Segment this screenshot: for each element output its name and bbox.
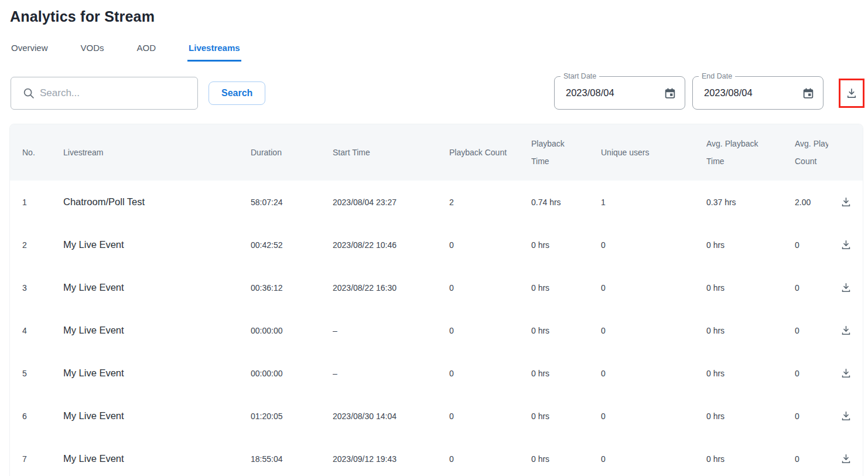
- cell-start-time: 2023/08/22 10:46: [333, 240, 449, 250]
- cell-unique-users: 0: [601, 454, 706, 464]
- cell-livestream: My Live Event: [63, 325, 251, 336]
- download-icon: [840, 282, 852, 293]
- download-icon: [840, 410, 852, 421]
- cell-playback-time: 0 hrs: [531, 412, 601, 421]
- column-header-livestream: Livestream: [63, 144, 251, 161]
- column-header-duration: Duration: [251, 144, 333, 161]
- table-row: 4My Live Event00:00:00–00 hrs00 hrs0: [10, 309, 863, 352]
- cell-avg-playback-time: 0 hrs: [706, 283, 795, 293]
- table-body: 1Chatroom/Poll Test58:07:242023/08/04 23…: [10, 181, 863, 476]
- cell-avg-playback-time: 0 hrs: [706, 454, 795, 464]
- cell-unique-users: 1: [601, 198, 706, 207]
- download-icon: [840, 239, 852, 250]
- end-date-input[interactable]: [703, 77, 791, 109]
- cell-unique-users: 0: [601, 240, 706, 250]
- cell-start-time: –: [333, 326, 449, 335]
- cell-duration: 00:00:00: [251, 326, 333, 335]
- column-header-no: No.: [22, 144, 63, 161]
- cell-playback-time: 0 hrs: [531, 369, 601, 378]
- cell-avg-playback-time: 0 hrs: [706, 240, 795, 250]
- cell-playback-count: 0: [449, 326, 531, 335]
- cell-avg-playback-count: 0: [795, 454, 828, 464]
- cell-start-time: 2023/09/12 19:43: [333, 454, 449, 464]
- tab-aod[interactable]: AOD: [136, 43, 158, 62]
- cell-duration: 00:42:52: [251, 240, 333, 250]
- row-download-button[interactable]: [838, 322, 854, 338]
- cell-avg-playback-time: 0 hrs: [706, 412, 795, 421]
- row-download-button[interactable]: [838, 451, 854, 467]
- page-title: Analytics for Stream: [10, 8, 868, 25]
- cell-no: 1: [22, 198, 63, 207]
- cell-avg-playback-count: 0: [795, 369, 828, 378]
- download-icon: [840, 325, 852, 336]
- cell-start-time: 2023/08/22 16:30: [333, 283, 449, 293]
- calendar-icon[interactable]: [801, 86, 816, 101]
- search-box: [11, 77, 198, 110]
- search-button[interactable]: Search: [209, 81, 265, 105]
- download-icon: [840, 368, 852, 379]
- cell-playback-time: 0 hrs: [531, 326, 601, 335]
- column-header-avg-playback-count: Avg. PlaybackCount: [795, 135, 828, 170]
- row-download-button[interactable]: [838, 408, 854, 424]
- cell-unique-users: 0: [601, 412, 706, 421]
- tab-bar: OverviewVODsAODLivestreams: [10, 43, 868, 62]
- table-row: 7My Live Event18:55:042023/09/12 19:4300…: [10, 437, 863, 476]
- cell-playback-count: 2: [449, 198, 531, 207]
- column-header-avg-playback-time: Avg. PlaybackTime: [706, 135, 795, 170]
- calendar-icon[interactable]: [662, 86, 678, 101]
- cell-playback-count: 0: [449, 283, 531, 293]
- cell-unique-users: 0: [601, 369, 706, 378]
- cell-livestream: My Live Event: [63, 239, 251, 250]
- cell-duration: 18:55:04: [251, 454, 333, 464]
- column-header-playback-time: PlaybackTime: [531, 135, 601, 170]
- cell-playback-count: 0: [449, 240, 531, 250]
- cell-start-time: 2023/08/04 23:27: [333, 198, 449, 207]
- row-download-button[interactable]: [838, 237, 854, 253]
- tab-vods[interactable]: VODs: [80, 43, 105, 62]
- cell-no: 7: [22, 454, 63, 464]
- cell-livestream: My Live Event: [63, 282, 251, 293]
- table-header-row: No.LivestreamDurationStart TimePlayback …: [10, 124, 863, 181]
- download-icon: [846, 87, 857, 99]
- row-download-button[interactable]: [838, 194, 854, 210]
- cell-avg-playback-count: 0: [795, 283, 828, 293]
- tab-overview[interactable]: Overview: [10, 43, 49, 62]
- start-date-input[interactable]: [565, 77, 652, 109]
- row-download-button[interactable]: [838, 280, 854, 295]
- cell-duration: 58:07:24: [251, 198, 333, 207]
- table-row: 5My Live Event00:00:00–00 hrs00 hrs0: [10, 352, 863, 395]
- cell-playback-time: 0 hrs: [531, 454, 601, 464]
- search-input[interactable]: [39, 87, 190, 100]
- cell-start-time: –: [333, 369, 449, 378]
- cell-livestream: Chatroom/Poll Test: [63, 196, 251, 208]
- cell-duration: 00:00:00: [251, 369, 333, 378]
- cell-playback-time: 0 hrs: [531, 240, 601, 250]
- cell-avg-playback-count: 2.00: [795, 198, 828, 207]
- cell-avg-playback-count: 0: [795, 326, 828, 335]
- table-row: 6My Live Event01:20:052023/08/30 14:0400…: [10, 395, 863, 437]
- row-download-button[interactable]: [838, 365, 854, 381]
- column-header-playback-count: Playback Count: [449, 144, 531, 161]
- cell-start-time: 2023/08/30 14:04: [333, 412, 449, 421]
- cell-livestream: My Live Event: [63, 410, 251, 421]
- end-date-field[interactable]: End Date: [692, 76, 823, 110]
- cell-unique-users: 0: [601, 326, 706, 335]
- table-row: 3My Live Event00:36:122023/08/22 16:3000…: [10, 266, 863, 309]
- cell-avg-playback-time: 0 hrs: [706, 369, 795, 378]
- table-row: 2My Live Event00:42:522023/08/22 10:4600…: [10, 223, 863, 266]
- cell-unique-users: 0: [601, 283, 706, 293]
- tab-livestreams[interactable]: Livestreams: [187, 43, 241, 62]
- toolbar: Search Start Date End Date: [11, 76, 864, 110]
- cell-duration: 00:36:12: [251, 283, 333, 293]
- cell-no: 2: [22, 240, 63, 250]
- cell-duration: 01:20:05: [251, 412, 333, 421]
- livestreams-table: No.LivestreamDurationStart TimePlayback …: [9, 124, 863, 476]
- cell-no: 5: [22, 369, 63, 378]
- download-icon: [840, 453, 852, 464]
- export-download-button[interactable]: [839, 79, 864, 108]
- download-icon: [840, 196, 852, 208]
- cell-playback-count: 0: [449, 412, 531, 421]
- start-date-field[interactable]: Start Date: [554, 76, 685, 110]
- cell-livestream: My Live Event: [63, 368, 251, 379]
- cell-avg-playback-count: 0: [795, 240, 828, 250]
